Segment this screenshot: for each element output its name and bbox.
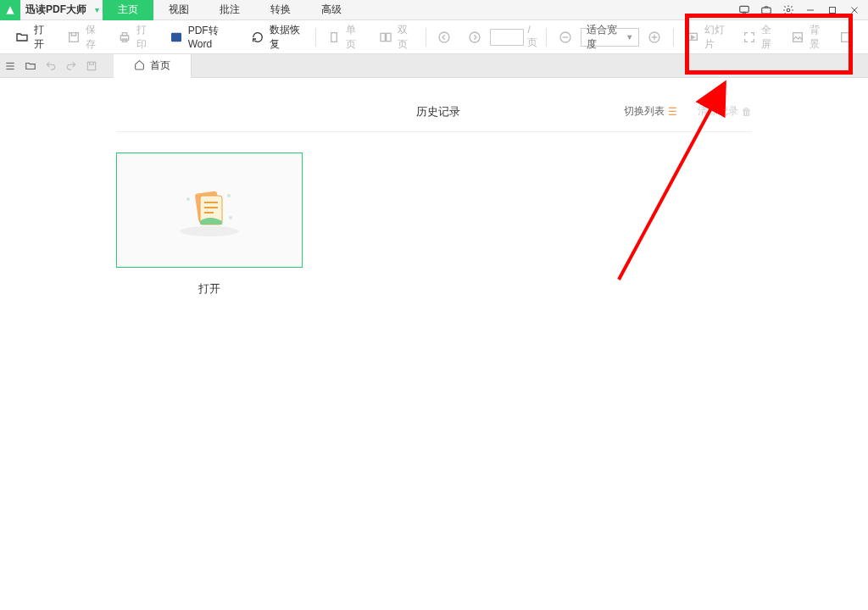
- app-name: 迅读PDF大师: [20, 3, 92, 17]
- double-page-button[interactable]: 双页: [370, 20, 422, 54]
- background-icon: [791, 30, 804, 44]
- fullscreen-label: 全屏: [761, 23, 774, 52]
- chevron-left-icon: [437, 30, 451, 44]
- single-page-button[interactable]: 单页: [319, 20, 370, 54]
- svg-point-36: [227, 194, 231, 197]
- svg-point-16: [470, 32, 480, 42]
- save-small-icon[interactable]: [81, 54, 102, 78]
- more-button[interactable]: [831, 20, 861, 54]
- fullscreen-icon: [743, 30, 756, 44]
- menu-convert[interactable]: 转换: [255, 0, 306, 20]
- gear-icon[interactable]: [782, 3, 795, 17]
- svg-point-2: [787, 8, 790, 12]
- zoom-mode-label: 适合宽度: [587, 23, 621, 52]
- zoom-mode-select[interactable]: 适合宽度 ▼: [581, 28, 639, 47]
- camera-icon[interactable]: [760, 3, 773, 17]
- svg-point-29: [180, 226, 239, 236]
- open-card-thumbnail: [116, 152, 303, 268]
- switch-list-label: 切换列表: [624, 104, 665, 119]
- folder-icon[interactable]: [20, 54, 41, 78]
- menu-view[interactable]: 视图: [153, 0, 204, 20]
- toolbar-separator: [426, 28, 426, 47]
- minimize-icon[interactable]: [804, 3, 817, 17]
- main-toolbar: 打开 保存 打印 PDF转Word 数据恢复 单页 双页: [0, 20, 868, 54]
- menu-home[interactable]: 主页: [103, 0, 153, 20]
- zoom-out-button[interactable]: [550, 20, 581, 54]
- svg-rect-23: [793, 32, 803, 42]
- pdf-to-word-label: PDF转Word: [188, 24, 234, 50]
- tab-bar: 首页: [0, 54, 868, 78]
- svg-rect-11: [171, 32, 181, 42]
- svg-rect-9: [122, 32, 126, 35]
- toolbar-separator: [673, 28, 674, 47]
- fullscreen-button[interactable]: 全屏: [734, 20, 782, 54]
- list-icon: ☰: [668, 106, 677, 118]
- title-bar: 迅读PDF大师 ▾ 主页 视图 批注 转换 高级: [0, 0, 868, 20]
- double-page-icon: [379, 30, 392, 44]
- chevron-down-icon: ▼: [626, 33, 633, 42]
- open-card[interactable]: 打开: [116, 152, 303, 297]
- svg-rect-4: [830, 7, 836, 13]
- content-area: 历史记录 切换列表 ☰ 清除记录 🗑: [0, 78, 868, 610]
- next-page-button[interactable]: [459, 20, 490, 54]
- close-icon[interactable]: [848, 3, 861, 17]
- app-logo: [0, 0, 20, 20]
- plus-circle-icon: [648, 30, 661, 44]
- clear-history-button[interactable]: 清除记录 🗑: [698, 104, 752, 119]
- page-unit-label: /页: [524, 24, 542, 50]
- save-icon: [67, 30, 81, 44]
- open-card-label: 打开: [198, 281, 220, 297]
- svg-rect-1: [762, 8, 771, 14]
- single-page-icon: [327, 30, 341, 44]
- toolbar-separator: [315, 28, 316, 47]
- sidebar-toggle-icon[interactable]: [0, 54, 20, 78]
- redo-icon[interactable]: [61, 54, 81, 78]
- clear-history-label: 清除记录: [698, 104, 738, 119]
- history-title: 历史记录: [252, 104, 624, 119]
- toolbar-separator: [546, 28, 547, 47]
- recover-label: 数据恢复: [270, 23, 303, 52]
- print-label: 打印: [136, 23, 153, 52]
- background-button[interactable]: 背景: [782, 20, 831, 54]
- page-number-input[interactable]: [490, 29, 524, 46]
- word-icon: [170, 30, 183, 44]
- switch-list-button[interactable]: 切换列表 ☰: [624, 104, 677, 119]
- trash-icon: 🗑: [742, 106, 752, 118]
- zoom-in-button[interactable]: [639, 20, 670, 54]
- data-recover-button[interactable]: 数据恢复: [242, 20, 312, 54]
- minus-circle-icon: [559, 30, 572, 44]
- open-icon: [15, 30, 29, 44]
- open-label: 打开: [34, 23, 50, 52]
- svg-rect-24: [842, 32, 851, 42]
- svg-point-35: [186, 197, 190, 201]
- print-button[interactable]: 打印: [109, 20, 161, 54]
- more-icon: [839, 30, 853, 44]
- tab-home-label: 首页: [150, 58, 170, 73]
- undo-icon[interactable]: [41, 54, 61, 78]
- svg-rect-0: [740, 6, 749, 12]
- app-dropdown-icon[interactable]: ▾: [92, 5, 103, 14]
- history-header: 历史记录 切换列表 ☰ 清除记录 🗑: [116, 92, 752, 132]
- svg-rect-28: [87, 62, 95, 69]
- slideshow-label: 幻灯片: [704, 23, 726, 52]
- background-label: 背景: [810, 23, 822, 52]
- menu-advanced[interactable]: 高级: [306, 0, 357, 20]
- menu-bar: 主页 视图 批注 转换 高级: [103, 0, 357, 20]
- save-button[interactable]: 保存: [58, 20, 110, 54]
- window-controls: [737, 3, 868, 17]
- home-icon: [134, 59, 145, 73]
- maximize-icon[interactable]: [826, 3, 839, 17]
- svg-rect-14: [387, 33, 391, 41]
- recover-icon: [251, 30, 264, 44]
- pdf-to-word-button[interactable]: PDF转Word: [161, 20, 242, 54]
- svg-point-15: [439, 32, 449, 42]
- svg-rect-12: [331, 32, 337, 42]
- slideshow-button[interactable]: 幻灯片: [677, 20, 734, 54]
- tab-home[interactable]: 首页: [114, 54, 192, 78]
- open-button[interactable]: 打开: [7, 20, 58, 54]
- chat-icon[interactable]: [737, 3, 751, 17]
- svg-rect-13: [381, 33, 385, 41]
- prev-page-button[interactable]: [429, 20, 459, 54]
- menu-annotate[interactable]: 批注: [204, 0, 255, 20]
- slideshow-icon: [686, 30, 699, 44]
